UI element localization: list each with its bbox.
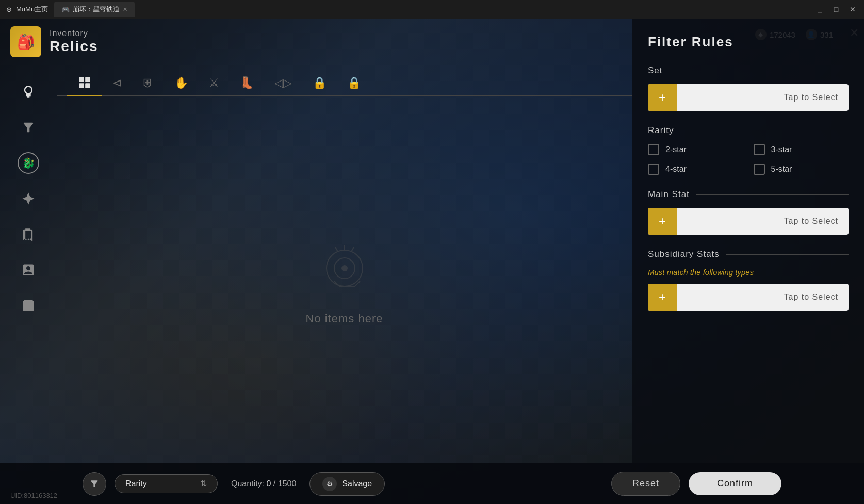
game-window: 🎒 Inventory Relics ◆ 172043 👤 331 ✕ xyxy=(0,19,864,504)
svg-rect-2 xyxy=(79,83,84,88)
svg-rect-1 xyxy=(85,77,90,82)
tab-label: 崩坏：星穹铁道 xyxy=(73,5,120,14)
main-stat-header: Main Stat xyxy=(648,189,849,200)
main-stat-divider xyxy=(696,194,849,195)
rarity-2star-label: 2-star xyxy=(665,145,687,154)
set-select-text: Tap to Select xyxy=(677,93,849,102)
backpack-icon: 🎒 xyxy=(10,26,41,57)
title-bar: ⊕ MuMu主页 🎮 崩坏：星穹铁道 ✕ ⎯ □ ✕ xyxy=(0,0,864,19)
quantity-max: 1500 xyxy=(278,479,297,488)
filter-section-rarity: Rarity 2-star 3-star 4-star 5- xyxy=(648,125,849,175)
sort-label: Rarity xyxy=(125,479,194,489)
character-icon: 🐉 xyxy=(18,152,39,174)
inventory-header: 🎒 Inventory Relics xyxy=(10,26,99,57)
filter-icon xyxy=(21,120,36,135)
minimize-button[interactable]: ⎯ xyxy=(812,2,827,17)
svg-line-7 xyxy=(335,247,338,252)
window-controls: ⎯ □ ✕ xyxy=(808,2,864,17)
salvage-label: Salvage xyxy=(342,479,372,489)
rarity-2star-checkbox[interactable] xyxy=(648,144,659,155)
left-sidebar: 🐉 xyxy=(0,70,57,504)
tab-game[interactable]: 🎮 崩坏：星穹铁道 ✕ xyxy=(54,2,135,17)
salvage-button[interactable]: ⚙ Salvage xyxy=(309,472,385,496)
craft-icon xyxy=(21,227,36,241)
subsidiary-plus-icon: + xyxy=(648,284,677,311)
enhance-icon xyxy=(21,191,36,206)
empty-state-icon xyxy=(314,240,376,302)
reset-button[interactable]: Reset xyxy=(611,472,680,496)
maximize-button[interactable]: □ xyxy=(829,2,843,17)
sort-pill[interactable]: Rarity ⇅ xyxy=(115,474,218,493)
uid-display: UID:801163312 xyxy=(10,491,57,500)
sidebar-item-craft[interactable] xyxy=(17,223,40,246)
set-divider xyxy=(669,71,849,71)
relics-label: Relics xyxy=(50,38,99,55)
tab-icon: 🎮 xyxy=(61,6,70,13)
rarity-4star[interactable]: 4-star xyxy=(648,164,743,175)
quantity-current: 0 xyxy=(266,479,271,488)
filter-section-subsidiary: Subsidiary Stats Must match the followin… xyxy=(648,249,849,311)
quantity-separator: / xyxy=(273,479,278,488)
subsidiary-divider xyxy=(726,254,849,255)
quest-icon xyxy=(21,263,36,277)
set-label: Set xyxy=(648,66,663,76)
set-plus-icon: + xyxy=(648,84,677,111)
sidebar-item-character[interactable]: 🐉 xyxy=(17,152,40,174)
rarity-2star[interactable]: 2-star xyxy=(648,144,743,155)
filter-toggle-button[interactable] xyxy=(83,472,106,496)
sidebar-item-filter[interactable] xyxy=(17,116,40,139)
svg-rect-3 xyxy=(85,83,90,88)
main-stat-label: Main Stat xyxy=(648,189,690,200)
app-icon: ⊕ xyxy=(6,6,12,13)
confirm-button[interactable]: Confirm xyxy=(689,472,781,495)
inventory-title: Inventory Relics xyxy=(50,29,99,55)
rarity-4star-label: 4-star xyxy=(665,165,687,174)
bottom-bar: UID:801163312 Rarity ⇅ Quantity: 0 / 150… xyxy=(0,463,864,504)
all-tab-icon xyxy=(77,75,92,90)
inventory-label: Inventory xyxy=(50,29,99,38)
set-header: Set xyxy=(648,66,849,76)
close-tab-button[interactable]: ✕ xyxy=(123,6,127,13)
salvage-icon: ⚙ xyxy=(322,477,337,491)
main-stat-select-text: Tap to Select xyxy=(677,217,849,226)
rarity-5star[interactable]: 5-star xyxy=(754,164,849,175)
uid-text: UID:801163312 xyxy=(10,492,57,499)
quantity-display: Quantity: 0 / 1500 xyxy=(231,479,296,489)
app-label: MuMu主页 xyxy=(16,5,48,14)
main-stat-plus-icon: + xyxy=(648,208,677,235)
filter-section-main-stat: Main Stat + Tap to Select xyxy=(648,189,849,235)
filter-toggle-icon xyxy=(89,479,100,489)
sort-arrows-icon: ⇅ xyxy=(200,479,207,489)
set-select-button[interactable]: + Tap to Select xyxy=(648,84,849,111)
rarity-header: Rarity xyxy=(648,125,849,136)
rarity-3star-label: 3-star xyxy=(771,145,792,154)
svg-line-8 xyxy=(351,247,354,252)
subsidiary-select-text: Tap to Select xyxy=(677,292,849,302)
rarity-label: Rarity xyxy=(648,125,674,136)
empty-text: No items here xyxy=(306,312,383,326)
sidebar-item-archive[interactable] xyxy=(17,294,40,317)
svg-rect-0 xyxy=(79,77,84,82)
rarity-4star-checkbox[interactable] xyxy=(648,164,659,175)
archive-icon xyxy=(21,298,36,313)
filter-section-set: Set + Tap to Select xyxy=(648,66,849,111)
relics-icon xyxy=(21,85,36,99)
sidebar-item-quest[interactable] xyxy=(17,258,40,281)
sidebar-item-relics[interactable] xyxy=(17,80,40,103)
rarity-grid: 2-star 3-star 4-star 5-star xyxy=(648,144,849,175)
subsidiary-label: Subsidiary Stats xyxy=(648,249,720,259)
empty-state: No items here xyxy=(57,107,632,458)
subsidiary-select-button[interactable]: + Tap to Select xyxy=(648,284,849,311)
svg-point-9 xyxy=(341,265,348,271)
rarity-5star-label: 5-star xyxy=(771,165,792,174)
main-content: ⊲ ⛨ ✋ ⚔ 👢 ◁▷ 🔒 🔒 No items here xyxy=(57,70,632,463)
rarity-3star[interactable]: 3-star xyxy=(754,144,849,155)
rarity-5star-checkbox[interactable] xyxy=(754,164,765,175)
close-window-button[interactable]: ✕ xyxy=(845,2,860,17)
subsidiary-header: Subsidiary Stats xyxy=(648,249,849,259)
filter-panel: Filter Rules Set + Tap to Select Rarity … xyxy=(632,19,864,463)
sidebar-item-enhance[interactable] xyxy=(17,187,40,210)
rarity-3star-checkbox[interactable] xyxy=(754,144,765,155)
main-stat-select-button[interactable]: + Tap to Select xyxy=(648,208,849,235)
filter-title: Filter Rules xyxy=(648,34,849,50)
